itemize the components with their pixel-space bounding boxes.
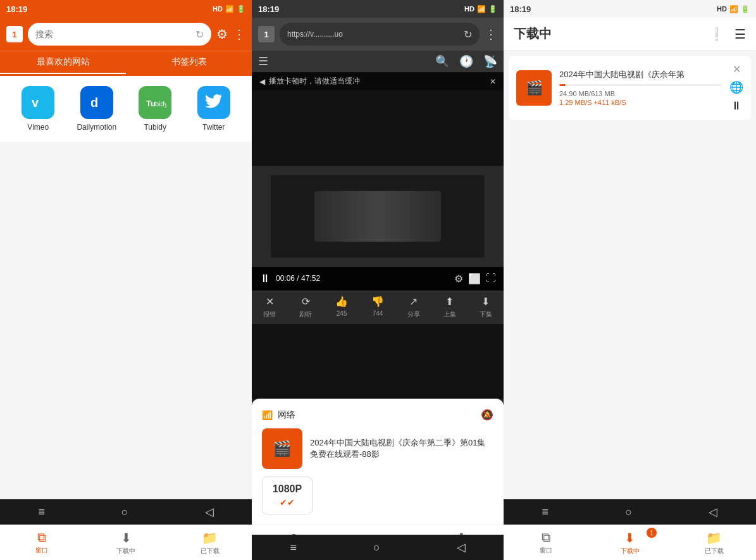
video-preview <box>314 191 441 242</box>
mid-more-icon[interactable]: ⋮ <box>485 27 497 42</box>
bookmark-tubidy[interactable]: Tu bidy Tubidy <box>130 86 181 132</box>
action-like[interactable]: 👍 245 <box>324 296 360 319</box>
search-bar[interactable]: ↻ <box>28 23 211 46</box>
tab-bookmarks[interactable]: 书签列表 <box>126 51 252 74</box>
dl-pause-icon[interactable]: ⏸ <box>731 99 742 113</box>
mid-home-btn[interactable]: ○ <box>373 541 380 554</box>
video-controls: ⏸ 00:06 / 47:52 ⚙ ⬜ ⛶ <box>252 267 504 290</box>
right-toolbar-icons: ❕ ☰ <box>709 27 746 42</box>
time-display: 00:06 / 47:52 <box>276 274 449 283</box>
mid-back-btn[interactable]: ◁ <box>457 540 466 554</box>
left-bottom-nav: ⧉ 窗口 ⬇ 下载中 📁 已下载 <box>0 525 252 560</box>
right-nav-windows[interactable]: ⧉ 窗口 <box>504 525 588 560</box>
mid-refresh-icon[interactable]: ↻ <box>464 28 472 40</box>
rss-icon[interactable]: 📡 <box>483 54 497 68</box>
menu-btn[interactable]: ≡ <box>38 506 45 519</box>
right-menu-btn[interactable]: ≡ <box>542 506 549 519</box>
dl-close-icon[interactable]: ✕ <box>733 63 741 75</box>
settings-ctrl-icon[interactable]: ⚙ <box>454 273 463 285</box>
quality-badge[interactable]: 1080P ✔✔ <box>262 476 313 514</box>
action-share[interactable]: ↗ 分享 <box>395 296 431 319</box>
action-report[interactable]: ✕ 报错 <box>252 296 288 319</box>
tab-count-badge[interactable]: 1 <box>6 26 23 42</box>
right-status-bar: 18:19 HD 📶 🔋 <box>504 0 756 18</box>
prev-icon: ⬆ <box>445 296 454 308</box>
right-back-btn[interactable]: ◁ <box>709 505 717 519</box>
mid-battery-icon: 🔋 <box>488 5 497 13</box>
right-nav-downloaded[interactable]: 📁 已下载 <box>672 525 756 560</box>
report-label: 报错 <box>263 310 276 319</box>
downloading-icon: ⬇ <box>121 530 132 545</box>
bookmarks-grid: v Vimeo d Dailymotion Tu <box>0 76 252 142</box>
right-battery-icon: 🔋 <box>741 5 750 13</box>
action-prev[interactable]: ⬆ 上集 <box>431 296 468 319</box>
mid-status-bar: 18:19 HD 📶 🔋 <box>252 0 504 18</box>
film-icon: 🎬 <box>273 440 292 457</box>
right-status-icons: HD 📶 🔋 <box>717 5 750 13</box>
mid-secondary-toolbar: ☰ 🔍 🕐 📡 <box>252 51 504 72</box>
menu-list-icon[interactable]: ☰ <box>258 54 268 68</box>
more-icon[interactable]: ⋮ <box>233 27 245 42</box>
left-status-bar: 18:19 HD 📶 🔋 <box>0 0 252 18</box>
twitter-icon <box>197 86 230 119</box>
right-nav-downloading[interactable]: 1 ⬇ 下载中 <box>588 525 672 560</box>
left-status-icons: HD 📶 🔋 <box>213 5 245 13</box>
action-listen[interactable]: ⟳ 剧听 <box>288 296 324 319</box>
right-downloading-icon: ⬇ <box>624 530 635 545</box>
dailymotion-icon: d <box>80 86 113 119</box>
mid-time: 18:19 <box>258 4 279 14</box>
popup-header: 📶 网络 🔕 <box>262 409 493 421</box>
mid-signal-icon: 📶 <box>477 5 486 13</box>
like-icon: 👍 <box>335 296 348 308</box>
dl-globe-icon[interactable]: 🌐 <box>729 80 743 94</box>
left-android-nav: ≡ ○ ◁ <box>0 499 252 525</box>
settings-icon[interactable]: ⚙ <box>216 27 228 42</box>
video-actions: ✕ 报错 ⟳ 剧听 👍 245 👎 744 ↗ 分享 <box>252 290 504 324</box>
notice-close[interactable]: ✕ <box>490 77 496 86</box>
dl-size: 24.90 MB/613 MB <box>559 90 722 97</box>
refresh-icon[interactable]: ↻ <box>195 28 204 40</box>
action-next[interactable]: ⬇ 下集 <box>468 296 504 319</box>
dl-title: 2024年中国大陆电视剧《庆余年第 <box>559 70 722 80</box>
back-btn[interactable]: ◁ <box>205 505 214 519</box>
action-dislike[interactable]: 👎 744 <box>360 296 396 319</box>
mid-menu-btn[interactable]: ≡ <box>290 541 297 554</box>
svg-text:Tu: Tu <box>146 99 156 108</box>
download-popup: 📶 网络 🔕 🎬 2024年中国大陆电视剧《庆余年第二季》第01集免费在线观看-… <box>252 399 504 525</box>
svg-text:v: v <box>32 96 39 109</box>
dislike-count: 744 <box>373 310 383 317</box>
listen-icon: ⟳ <box>302 296 310 308</box>
quality-check-icon: ✔✔ <box>280 497 295 507</box>
mid-tab-badge[interactable]: 1 <box>258 26 275 42</box>
bookmark-twitter[interactable]: Twitter <box>189 86 240 132</box>
popup-title: 2024年中国大陆电视剧《庆余年第二季》第01集免费在线观看-88影 <box>310 437 493 460</box>
history-icon[interactable]: 🕐 <box>459 54 473 68</box>
vimeo-label: Vimeo <box>27 123 49 132</box>
bookmark-vimeo[interactable]: v Vimeo <box>13 86 64 132</box>
next-icon: ⬇ <box>481 296 490 308</box>
pause-button[interactable]: ⏸ <box>259 272 271 285</box>
hd-icon: HD <box>213 5 223 13</box>
url-text: https://v..........uo <box>287 30 459 39</box>
search-icon[interactable]: 🔍 <box>435 54 449 68</box>
fullscreen-icon[interactable]: ⛶ <box>486 273 496 284</box>
left-browser-toolbar: 1 ↻ ⚙ ⋮ <box>0 18 252 51</box>
right-home-btn[interactable]: ○ <box>625 506 632 519</box>
next-label: 下集 <box>480 310 492 319</box>
dislike-icon: 👎 <box>371 296 384 308</box>
left-nav-downloading[interactable]: ⬇ 下载中 <box>84 525 168 560</box>
dl-info: 2024年中国大陆电视剧《庆余年第 24.90 MB/613 MB 1.29 M… <box>559 70 722 106</box>
tab-favorites[interactable]: 最喜欢的网站 <box>0 51 126 74</box>
left-nav-windows[interactable]: ⧉ 窗口 <box>0 525 84 560</box>
bookmark-dailymotion[interactable]: d Dailymotion <box>71 86 123 132</box>
list-icon[interactable]: ☰ <box>734 27 746 42</box>
battery-icon: 🔋 <box>237 5 245 13</box>
left-nav-downloaded[interactable]: 📁 已下载 <box>168 525 252 560</box>
screen-mode-icon[interactable]: ⬜ <box>468 273 481 285</box>
home-btn[interactable]: ○ <box>121 506 128 519</box>
alert-icon[interactable]: ❕ <box>709 27 724 42</box>
listen-label: 剧听 <box>299 310 312 319</box>
mid-url-bar[interactable]: https://v..........uo ↻ <box>280 23 480 46</box>
search-input[interactable] <box>35 29 190 39</box>
dl-thumb: 🎬 <box>516 70 552 106</box>
